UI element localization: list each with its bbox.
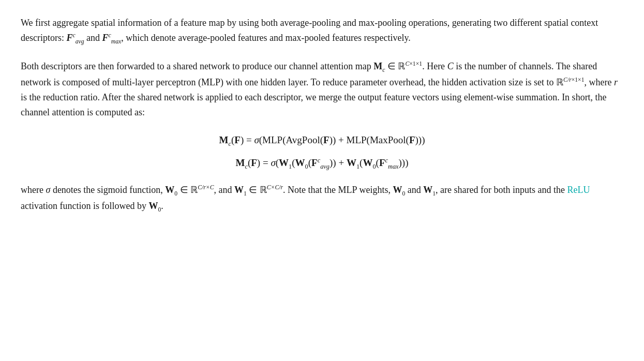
f-avg-bold: F bbox=[66, 33, 72, 43]
W0-sub: 0 bbox=[174, 190, 177, 197]
W1-bold: W bbox=[234, 185, 244, 195]
sigma-italic: σ bbox=[46, 185, 50, 195]
Mc-bold: M bbox=[373, 61, 382, 71]
equations-block: Mc(F) = σ(MLP(AvgPool(F)) + MLP(MaxPool(… bbox=[21, 132, 623, 172]
W0-sup: C/r×C bbox=[198, 184, 214, 191]
f-max-bold: F bbox=[102, 33, 109, 43]
equation-1: Mc(F) = σ(MLP(AvgPool(F)) + MLP(MaxPool(… bbox=[21, 132, 623, 149]
W0-sub-3: 0 bbox=[158, 206, 161, 213]
r-italic: r bbox=[614, 77, 618, 87]
paragraph-2: Both descriptors are then forwarded to a… bbox=[21, 59, 623, 120]
paragraph-3: where σ denotes the sigmoid function, W0… bbox=[21, 183, 623, 215]
Mc-sup: C×1×1 bbox=[405, 61, 422, 67]
equation-2: Mc(F) = σ(W1(W0(Fcavg)) + W1(W0(Fcmax))) bbox=[21, 155, 623, 172]
f-avg-sub: avg bbox=[76, 38, 84, 44]
r-sup: C/r×1×1 bbox=[563, 77, 584, 83]
W0-sub-2: 0 bbox=[402, 190, 405, 197]
Mc-sub: c bbox=[382, 67, 385, 73]
C-italic: C bbox=[447, 61, 454, 71]
W1-sub: 1 bbox=[244, 190, 247, 197]
f-max-sub: max bbox=[111, 38, 121, 44]
main-content: We first aggregate spatial information o… bbox=[21, 16, 623, 215]
para1-text: We first aggregate spatial information o… bbox=[21, 18, 598, 43]
W0-bold-2: W bbox=[393, 185, 402, 195]
para3-text: where σ denotes the sigmoid function, W0… bbox=[21, 185, 590, 211]
relu-link[interactable]: ReLU bbox=[567, 185, 590, 195]
W0-bold-3: W bbox=[148, 201, 158, 211]
W0-bold: W bbox=[165, 185, 174, 195]
W1-bold-2: W bbox=[423, 185, 432, 195]
para2-text: Both descriptors are then forwarded to a… bbox=[21, 61, 618, 117]
paragraph-1: We first aggregate spatial information o… bbox=[21, 16, 623, 47]
W1-sup: C×C/r bbox=[267, 184, 283, 191]
W1-sub-2: 1 bbox=[432, 190, 436, 197]
